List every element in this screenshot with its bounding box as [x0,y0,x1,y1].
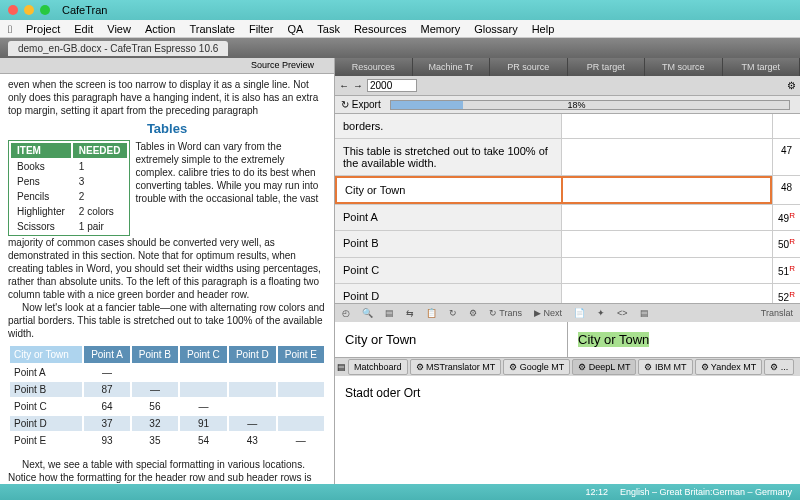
tab-deepl-mt[interactable]: ⚙ DeepL MT [572,359,636,375]
source-editor: City or Town [335,322,567,357]
dashboard-icon[interactable]: ▤ [337,362,346,372]
tool-icon[interactable]: ✦ [594,308,608,318]
next-button[interactable]: ▶ Next [531,308,565,318]
tab-pr-source[interactable]: PR source [490,58,568,76]
doc-wrap: Tables in Word can vary from the extreme… [136,140,327,236]
segment-number: 51R [772,258,800,283]
menu-filter[interactable]: Filter [249,23,273,35]
tab-yandex-mt[interactable]: ⚙ Yandex MT [695,359,763,375]
segment-number: 50R [772,231,800,256]
tab-matchboard[interactable]: Matchboard [348,359,408,375]
status-time: 12:12 [585,487,608,497]
tool-icon[interactable]: 🔍 [359,308,376,318]
menu-action[interactable]: Action [145,23,176,35]
segment-target[interactable] [561,139,772,175]
segment-row[interactable]: Point B50R [335,231,800,257]
trans-button[interactable]: ↻ Trans [486,308,525,318]
segment-number: 49R [772,205,800,230]
tool-icon[interactable]: ▤ [382,308,397,318]
tab-pr-target[interactable]: PR target [568,58,646,76]
segment-source: This table is stretched out to take 100%… [335,139,561,175]
segment-row[interactable]: City or Town48 [335,176,800,205]
segment-target[interactable] [561,205,772,230]
doc-para3: Now let's look at a fancier table—one wi… [8,301,326,340]
forward-icon[interactable]: → [353,80,363,91]
tab-mstranslator[interactable]: ⚙ MSTranslator MT [410,359,502,375]
tab-google-mt[interactable]: ⚙ Google MT [503,359,570,375]
tool-icon[interactable]: ⚙ [466,308,480,318]
segment-row[interactable]: Point C51R [335,258,800,284]
segment-row[interactable]: Point A49R [335,205,800,231]
menu-view[interactable]: View [107,23,131,35]
app-title: CafeTran [62,4,107,16]
segment-number: 48 [772,176,800,204]
tool-icon[interactable]: ▤ [637,308,652,318]
segment-row[interactable]: Point D52R [335,284,800,304]
menubar:  Project Edit View Action Translate Fil… [0,20,800,38]
menu-memory[interactable]: Memory [421,23,461,35]
tool-icon[interactable]: <> [614,308,631,318]
menu-glossary[interactable]: Glossary [474,23,517,35]
segment-target[interactable] [561,114,772,138]
segment-source: Point B [335,231,561,256]
tab-ibm-mt[interactable]: ⚙ IBM MT [638,359,692,375]
status-lang: English – Great Britain:German – Germany [620,487,792,497]
tab-more[interactable]: ⚙ ... [764,359,794,375]
tool-icon[interactable]: ⇆ [403,308,417,318]
segment-number: 47 [772,139,800,175]
segment-target[interactable] [563,176,773,204]
minimize-icon[interactable] [24,5,34,15]
tool-icon[interactable]: ↻ [446,308,460,318]
translate-button[interactable]: Translat [758,308,796,318]
segment-source: Point C [335,258,561,283]
source-preview-header: Source Preview [0,58,334,74]
menu-qa[interactable]: QA [287,23,303,35]
doc-para: even when the screen is too narrow to di… [8,78,326,117]
tool-icon[interactable]: ⚙ [787,80,796,91]
tool-icon[interactable]: ◴ [339,308,353,318]
menu-task[interactable]: Task [317,23,340,35]
segment-source: borders. [335,114,561,138]
distance-table: City or TownPoint APoint BPoint CPoint D… [8,344,326,450]
apple-menu[interactable]:  [8,23,12,35]
tables-heading: Tables [8,121,326,138]
segment-number: 52R [772,284,800,304]
doc-para2: majority of common cases should be conve… [8,236,326,301]
back-icon[interactable]: ← [339,80,349,91]
segment-row[interactable]: This table is stretched out to take 100%… [335,139,800,176]
segment-target[interactable] [561,258,772,283]
tab-tm-source[interactable]: TM source [645,58,723,76]
tab-machine-tr[interactable]: Machine Tr [413,58,491,76]
menu-edit[interactable]: Edit [74,23,93,35]
export-button[interactable]: Export [352,99,381,110]
tool-icon[interactable]: 📋 [423,308,440,318]
items-table: ITEMNEEDED Books1 Pens3 Pencils2 Highlig… [8,140,130,236]
maximize-icon[interactable] [40,5,50,15]
menu-translate[interactable]: Translate [189,23,234,35]
mt-result: Stadt oder Ort [335,376,800,500]
range-input[interactable] [367,79,417,92]
progress-bar [390,100,790,110]
close-icon[interactable] [8,5,18,15]
segment-row[interactable]: borders. [335,114,800,139]
target-editor[interactable]: City or Town [567,322,800,357]
segment-source: Point D [335,284,561,304]
menu-resources[interactable]: Resources [354,23,407,35]
tab-tm-target[interactable]: TM target [723,58,801,76]
tool-icon[interactable]: 📄 [571,308,588,318]
segment-target[interactable] [561,284,772,304]
segment-source: Point A [335,205,561,230]
progress-percent: 18% [568,100,586,110]
segment-target[interactable] [561,231,772,256]
menu-help[interactable]: Help [532,23,555,35]
document-tab[interactable]: demo_en-GB.docx - CafeTran Espresso 10.6 [8,41,228,56]
tab-resources[interactable]: Resources [335,58,413,76]
segment-number [772,114,800,138]
segment-source: City or Town [335,176,563,204]
menu-project[interactable]: Project [26,23,60,35]
